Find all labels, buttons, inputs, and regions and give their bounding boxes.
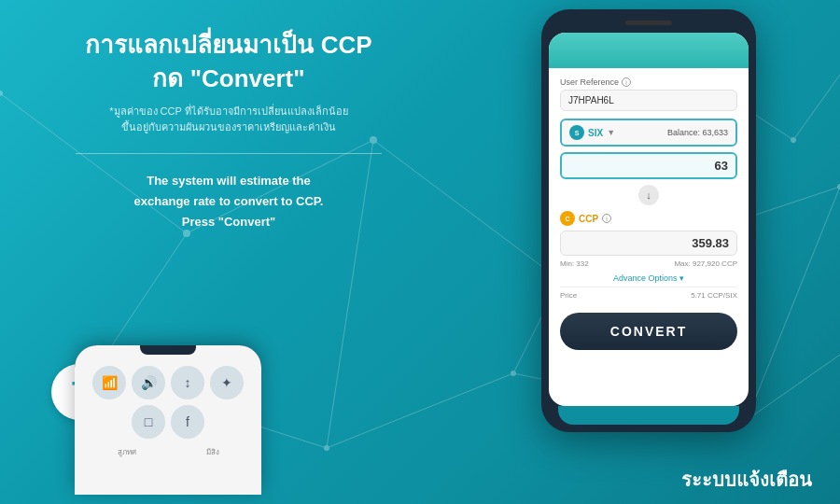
six-circle-icon: S (569, 125, 584, 140)
ccp-amount: 359.83 (560, 231, 737, 256)
divider (76, 153, 382, 154)
phone-bottom-pill (558, 406, 739, 425)
phone-bottom-mockup: 📶 🔊 ↕ ✦ □ f สูภทศ มีสิง (75, 345, 280, 504)
fb-icon: f (171, 405, 204, 439)
ccp-info-icon: i (602, 214, 611, 223)
swap-button[interactable]: ↓ (560, 185, 737, 205)
ccp-label: CCP (579, 214, 598, 224)
wifi-icon: 📶 (92, 366, 126, 399)
main-title: การแลกเปลี่ยนมาเป็น CCP กด "Convert" (37, 28, 420, 96)
user-reference-label: User Reference i (560, 77, 737, 87)
price-label: Price (560, 291, 577, 300)
screen-icon: □ (132, 405, 165, 439)
max-label: Max: 927,920 CCP (674, 259, 737, 268)
min-max-row: Min: 332 Max: 927,920 CCP (560, 259, 737, 268)
six-badge: S SIX ▼ (569, 125, 615, 140)
advance-options[interactable]: Advance Options ▾ (560, 273, 737, 283)
sound-icon: 🔊 (132, 366, 165, 399)
description-text: The system will estimate the exchange ra… (37, 171, 420, 232)
ccp-circle-icon: C (560, 211, 575, 226)
note-text: *มูลค่าของ CCP ที่ได้รับอาจมีการเปลี่ยนแ… (37, 104, 420, 136)
ccp-row: C CCP i (560, 211, 737, 226)
data-icon: ↕ (171, 366, 204, 399)
swap-icon[interactable]: ↓ (638, 185, 659, 205)
price-row: Price 5.71 CCP/SIX (560, 287, 737, 303)
amount-input[interactable]: 63 (560, 152, 737, 179)
phone-speaker (625, 21, 672, 25)
price-value: 5.71 CCP/SIX (691, 291, 737, 300)
phone-top-bar (549, 21, 749, 25)
user-reference-info-icon: i (622, 77, 631, 87)
phone-screen: User Reference i J7HPAH6L S SIX ▼ Balanc (549, 33, 749, 406)
balance-text: Balance: 63,633 (667, 128, 728, 137)
screen-content: User Reference i J7HPAH6L S SIX ▼ Balanc (549, 68, 749, 359)
phone-notch (140, 345, 196, 355)
ctrl-labels: สูภทศ มีสิง (82, 446, 254, 458)
screen-header (549, 33, 749, 68)
user-reference-input[interactable]: J7HPAH6L (560, 90, 737, 111)
bluetooth-icon: ✦ (210, 366, 244, 399)
control-center: 📶 🔊 ↕ ✦ □ f (82, 366, 254, 439)
right-panel: User Reference i J7HPAH6L S SIX ▼ Balanc (457, 0, 840, 504)
convert-button[interactable]: CONVERT (560, 313, 737, 350)
phone-mockup: User Reference i J7HPAH6L S SIX ▼ Balanc (541, 9, 756, 432)
phone-screen-bottom: 📶 🔊 ↕ ✦ □ f สูภทศ มีสิง (75, 345, 261, 495)
left-panel: การแลกเปลี่ยนมาเป็น CCP กด "Convert" *มู… (0, 0, 457, 504)
six-row: S SIX ▼ Balance: 63,633 (560, 119, 737, 147)
notification-title: ระะบบแจ้งเตือน (681, 465, 812, 495)
min-label: Min: 332 (560, 259, 589, 268)
